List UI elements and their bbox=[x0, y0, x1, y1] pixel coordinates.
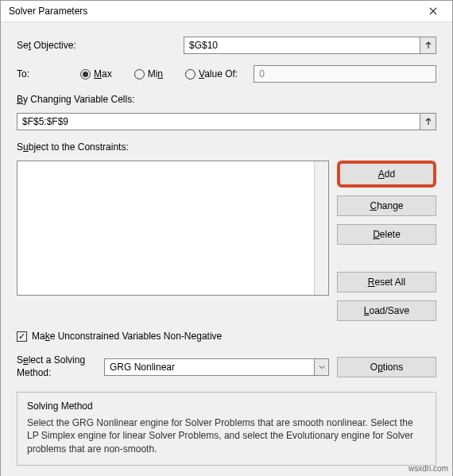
to-row: To: Max Min Value Of: bbox=[17, 65, 436, 83]
radio-max[interactable]: Max bbox=[80, 68, 112, 79]
radio-icon bbox=[80, 69, 91, 79]
options-button[interactable]: Options bbox=[337, 357, 436, 377]
info-title: Solving Method bbox=[27, 401, 426, 412]
window-title: Solver Parameters bbox=[9, 6, 417, 17]
objective-input-wrap bbox=[184, 37, 436, 54]
chevron-down-icon bbox=[314, 359, 328, 375]
radio-icon bbox=[134, 69, 145, 79]
scrollbar-thumb[interactable] bbox=[316, 162, 327, 186]
solver-dialog: Solver Parameters Set Objective: To: Max bbox=[0, 0, 453, 476]
constraints-list[interactable] bbox=[17, 161, 329, 296]
set-objective-label: Set Objective: bbox=[17, 40, 184, 51]
constraints-label-row: Subject to the Constraints: bbox=[17, 141, 436, 153]
load-save-button[interactable]: Load/Save bbox=[337, 300, 436, 321]
reset-all-button[interactable]: Reset All bbox=[337, 272, 436, 292]
objective-input[interactable] bbox=[184, 37, 420, 53]
changing-cells-input[interactable] bbox=[17, 114, 420, 130]
info-text: Select the GRG Nonlinear engine for Solv… bbox=[27, 416, 426, 455]
radio-icon bbox=[185, 69, 196, 79]
titlebar: Solver Parameters bbox=[1, 1, 452, 22]
close-icon[interactable] bbox=[417, 1, 449, 21]
change-button[interactable]: Change bbox=[337, 195, 436, 216]
solving-method-info: Solving Method Select the GRG Nonlinear … bbox=[17, 392, 436, 466]
set-objective-row: Set Objective: bbox=[17, 37, 436, 54]
dialog-content: Set Objective: To: Max Min bbox=[1, 22, 452, 476]
method-row: Select a Solving Method: GRG Nonlinear O… bbox=[17, 354, 436, 379]
changing-cells-label: By Changing Variable Cells: bbox=[17, 94, 135, 105]
radio-group: Max Min Value Of: bbox=[80, 68, 238, 79]
constraints-label: Subject to the Constraints: bbox=[17, 141, 129, 153]
changing-cells-label-row: By Changing Variable Cells: bbox=[17, 94, 436, 105]
to-label: To: bbox=[17, 68, 56, 79]
changing-cells-input-wrap bbox=[17, 113, 436, 130]
method-selected-value: GRG Nonlinear bbox=[105, 362, 314, 373]
non-negative-checkbox[interactable]: ✓ bbox=[17, 331, 27, 342]
changing-cells-row bbox=[17, 113, 436, 130]
constraints-buttons: Add Change Delete Reset All Load/Save bbox=[337, 161, 436, 321]
non-negative-label: Make Unconstrained Variables Non-Negativ… bbox=[32, 331, 222, 342]
constraints-area: Add Change Delete Reset All Load/Save bbox=[17, 161, 436, 321]
add-button[interactable]: Add bbox=[337, 161, 436, 188]
refedit-icon[interactable] bbox=[420, 37, 436, 53]
radio-min[interactable]: Min bbox=[134, 68, 163, 79]
radio-valueof[interactable]: Value Of: bbox=[185, 68, 238, 79]
delete-button[interactable]: Delete bbox=[337, 224, 436, 245]
method-label: Select a Solving Method: bbox=[17, 354, 96, 379]
non-negative-row: ✓ Make Unconstrained Variables Non-Negat… bbox=[17, 331, 436, 342]
refedit-icon[interactable] bbox=[420, 114, 436, 130]
watermark: wsxdn.com bbox=[408, 464, 448, 473]
valueof-input bbox=[254, 66, 436, 82]
method-select[interactable]: GRG Nonlinear bbox=[104, 358, 329, 376]
valueof-input-wrap bbox=[254, 65, 436, 83]
